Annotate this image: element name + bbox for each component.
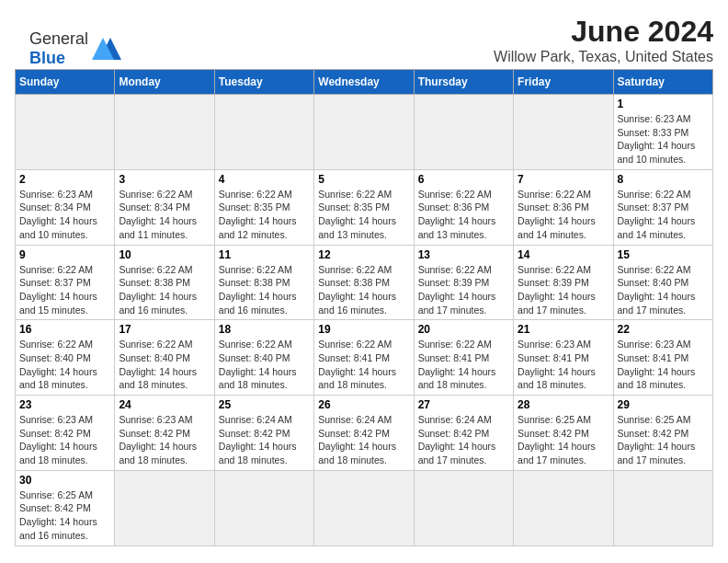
day-info: Sunrise: 6:22 AM Sunset: 8:40 PM Dayligh…	[618, 263, 709, 317]
calendar-cell	[16, 95, 115, 170]
calendar-cell	[514, 470, 613, 546]
day-of-week-wednesday: Wednesday	[314, 70, 414, 95]
day-info: Sunrise: 6:23 AM Sunset: 8:33 PM Dayligh…	[618, 112, 709, 167]
calendar-cell	[613, 470, 712, 546]
calendar-cell	[314, 470, 414, 546]
day-number: 21	[518, 323, 609, 336]
calendar-cell: 16Sunrise: 6:22 AM Sunset: 8:40 PM Dayli…	[16, 320, 115, 396]
calendar-cell: 25Sunrise: 6:24 AM Sunset: 8:42 PM Dayli…	[214, 396, 313, 471]
day-number: 26	[318, 398, 409, 411]
day-number: 24	[119, 398, 210, 411]
calendar-cell: 26Sunrise: 6:24 AM Sunset: 8:42 PM Dayli…	[314, 396, 414, 471]
calendar-cell: 29Sunrise: 6:25 AM Sunset: 8:42 PM Dayli…	[613, 396, 712, 471]
calendar-cell: 27Sunrise: 6:24 AM Sunset: 8:42 PM Dayli…	[414, 396, 513, 471]
day-of-week-thursday: Thursday	[414, 70, 513, 95]
day-of-week-monday: Monday	[115, 70, 214, 95]
calendar-cell: 10Sunrise: 6:22 AM Sunset: 8:38 PM Dayli…	[115, 245, 214, 320]
calendar-cell: 2Sunrise: 6:23 AM Sunset: 8:34 PM Daylig…	[16, 169, 115, 245]
day-info: Sunrise: 6:22 AM Sunset: 8:34 PM Dayligh…	[119, 188, 210, 242]
day-number: 2	[19, 173, 110, 186]
day-info: Sunrise: 6:22 AM Sunset: 8:41 PM Dayligh…	[318, 338, 409, 392]
day-info: Sunrise: 6:22 AM Sunset: 8:37 PM Dayligh…	[19, 263, 110, 317]
day-number: 22	[618, 323, 709, 336]
day-of-week-tuesday: Tuesday	[214, 70, 313, 95]
logo: General Blue	[29, 29, 121, 68]
day-info: Sunrise: 6:22 AM Sunset: 8:35 PM Dayligh…	[318, 188, 409, 242]
calendar-cell: 13Sunrise: 6:22 AM Sunset: 8:39 PM Dayli…	[414, 245, 513, 320]
day-info: Sunrise: 6:22 AM Sunset: 8:38 PM Dayligh…	[318, 263, 409, 317]
day-info: Sunrise: 6:24 AM Sunset: 8:42 PM Dayligh…	[418, 413, 509, 467]
calendar-cell	[115, 470, 214, 546]
day-number: 4	[219, 173, 310, 186]
calendar-cell: 7Sunrise: 6:22 AM Sunset: 8:36 PM Daylig…	[514, 169, 613, 245]
day-info: Sunrise: 6:22 AM Sunset: 8:37 PM Dayligh…	[618, 188, 709, 242]
calendar-cell	[115, 95, 214, 170]
calendar-cell: 8Sunrise: 6:22 AM Sunset: 8:37 PM Daylig…	[613, 169, 712, 245]
day-number: 10	[119, 248, 210, 261]
calendar-cell: 19Sunrise: 6:22 AM Sunset: 8:41 PM Dayli…	[314, 320, 414, 396]
day-info: Sunrise: 6:23 AM Sunset: 8:42 PM Dayligh…	[19, 413, 110, 467]
calendar-table: SundayMondayTuesdayWednesdayThursdayFrid…	[15, 69, 713, 546]
calendar-cell: 3Sunrise: 6:22 AM Sunset: 8:34 PM Daylig…	[115, 169, 214, 245]
day-number: 9	[19, 248, 110, 261]
calendar-cell: 1Sunrise: 6:23 AM Sunset: 8:33 PM Daylig…	[613, 95, 712, 170]
calendar-week-row: 30Sunrise: 6:25 AM Sunset: 8:42 PM Dayli…	[16, 470, 713, 546]
day-number: 29	[618, 398, 709, 411]
day-number: 20	[418, 323, 509, 336]
day-info: Sunrise: 6:22 AM Sunset: 8:40 PM Dayligh…	[219, 338, 310, 392]
day-number: 16	[19, 323, 110, 336]
calendar-cell: 28Sunrise: 6:25 AM Sunset: 8:42 PM Dayli…	[514, 396, 613, 471]
calendar-cell: 5Sunrise: 6:22 AM Sunset: 8:35 PM Daylig…	[314, 169, 414, 245]
day-info: Sunrise: 6:25 AM Sunset: 8:42 PM Dayligh…	[618, 413, 709, 467]
calendar-cell: 14Sunrise: 6:22 AM Sunset: 8:39 PM Dayli…	[514, 245, 613, 320]
day-number: 18	[219, 323, 310, 336]
day-info: Sunrise: 6:22 AM Sunset: 8:35 PM Dayligh…	[219, 188, 310, 242]
day-of-week-sunday: Sunday	[16, 70, 115, 95]
calendar-week-row: 2Sunrise: 6:23 AM Sunset: 8:34 PM Daylig…	[16, 169, 713, 245]
calendar-cell: 15Sunrise: 6:22 AM Sunset: 8:40 PM Dayli…	[613, 245, 712, 320]
calendar-cell	[214, 470, 313, 546]
calendar-cell: 18Sunrise: 6:22 AM Sunset: 8:40 PM Dayli…	[214, 320, 313, 396]
day-number: 17	[119, 323, 210, 336]
day-number: 11	[219, 248, 310, 261]
day-info: Sunrise: 6:22 AM Sunset: 8:36 PM Dayligh…	[418, 188, 509, 242]
day-info: Sunrise: 6:22 AM Sunset: 8:39 PM Dayligh…	[518, 263, 609, 317]
day-info: Sunrise: 6:23 AM Sunset: 8:42 PM Dayligh…	[119, 413, 210, 467]
calendar-cell: 20Sunrise: 6:22 AM Sunset: 8:41 PM Dayli…	[414, 320, 513, 396]
logo-text: General Blue	[29, 29, 88, 68]
calendar-cell: 17Sunrise: 6:22 AM Sunset: 8:40 PM Dayli…	[115, 320, 214, 396]
calendar-cell: 30Sunrise: 6:25 AM Sunset: 8:42 PM Dayli…	[16, 470, 115, 546]
logo-icon	[92, 34, 121, 63]
day-number: 30	[19, 474, 110, 487]
calendar-cell	[414, 470, 513, 546]
calendar-cell	[214, 95, 313, 170]
day-number: 6	[418, 173, 509, 186]
day-number: 27	[418, 398, 509, 411]
day-number: 3	[119, 173, 210, 186]
day-info: Sunrise: 6:24 AM Sunset: 8:42 PM Dayligh…	[318, 413, 409, 467]
day-info: Sunrise: 6:24 AM Sunset: 8:42 PM Dayligh…	[219, 413, 310, 467]
day-number: 5	[318, 173, 409, 186]
day-info: Sunrise: 6:23 AM Sunset: 8:41 PM Dayligh…	[618, 338, 709, 392]
calendar-header-row: SundayMondayTuesdayWednesdayThursdayFrid…	[16, 70, 713, 95]
calendar-cell	[514, 95, 613, 170]
day-info: Sunrise: 6:22 AM Sunset: 8:38 PM Dayligh…	[219, 263, 310, 317]
calendar-cell: 21Sunrise: 6:23 AM Sunset: 8:41 PM Dayli…	[514, 320, 613, 396]
calendar-cell	[414, 95, 513, 170]
day-info: Sunrise: 6:22 AM Sunset: 8:39 PM Dayligh…	[418, 263, 509, 317]
day-number: 15	[618, 248, 709, 261]
day-info: Sunrise: 6:22 AM Sunset: 8:36 PM Dayligh…	[518, 188, 609, 242]
day-info: Sunrise: 6:25 AM Sunset: 8:42 PM Dayligh…	[518, 413, 609, 467]
calendar-cell	[314, 95, 414, 170]
calendar-cell: 22Sunrise: 6:23 AM Sunset: 8:41 PM Dayli…	[613, 320, 712, 396]
day-number: 14	[518, 248, 609, 261]
day-of-week-friday: Friday	[514, 70, 613, 95]
calendar-week-row: 1Sunrise: 6:23 AM Sunset: 8:33 PM Daylig…	[16, 95, 713, 170]
day-info: Sunrise: 6:23 AM Sunset: 8:34 PM Dayligh…	[19, 188, 110, 242]
calendar-week-row: 23Sunrise: 6:23 AM Sunset: 8:42 PM Dayli…	[16, 396, 713, 471]
calendar-week-row: 16Sunrise: 6:22 AM Sunset: 8:40 PM Dayli…	[16, 320, 713, 396]
day-number: 13	[418, 248, 509, 261]
day-number: 7	[518, 173, 609, 186]
calendar-cell: 6Sunrise: 6:22 AM Sunset: 8:36 PM Daylig…	[414, 169, 513, 245]
day-of-week-saturday: Saturday	[613, 70, 712, 95]
